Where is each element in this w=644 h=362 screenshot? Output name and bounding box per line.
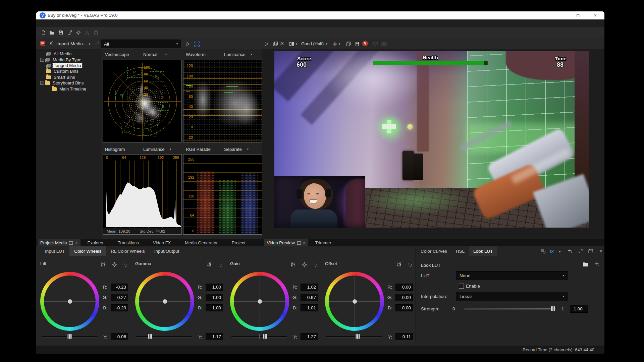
import-media-button[interactable]: Import Media... (56, 41, 87, 46)
color-wheel[interactable] (230, 272, 289, 331)
preview-settings-button[interactable] (263, 40, 270, 48)
preview-quality-select[interactable]: Good (Half) (301, 41, 324, 46)
undo-icon[interactable] (122, 262, 128, 267)
tree-item-media-by-type[interactable]: + Media By Type (40, 57, 83, 63)
g-value[interactable]: -0.27 (111, 294, 128, 301)
y-slider[interactable] (137, 336, 192, 338)
b-value[interactable]: -0.29 (111, 304, 128, 311)
tree-item-all-media[interactable]: All Media (46, 51, 72, 57)
import-arrow-icon[interactable] (49, 41, 54, 46)
capture-badge-icon[interactable]: V (362, 41, 368, 46)
undo-icon[interactable] (407, 262, 413, 267)
y-slider[interactable] (326, 336, 382, 338)
y-value[interactable]: 1.27 (301, 333, 318, 340)
target-icon[interactable] (301, 262, 307, 267)
close-tab-icon[interactable]: × (75, 241, 77, 245)
y-value[interactable]: 1.17 (206, 333, 223, 340)
sliders-icon[interactable] (396, 262, 402, 267)
save-snapshot-button[interactable] (354, 40, 361, 48)
pin-icon[interactable] (297, 241, 301, 245)
video-fx-button[interactable]: fx (280, 41, 284, 46)
expand-icon[interactable] (577, 248, 584, 254)
import-media-caret-icon[interactable]: ▼ (88, 43, 91, 46)
sliders-icon[interactable] (290, 262, 296, 267)
tab-input-output[interactable]: Input/Output (150, 246, 184, 256)
r-value[interactable]: 1.02 (301, 284, 318, 291)
tab-hsl[interactable]: HSL (451, 246, 469, 256)
target-icon[interactable] (111, 262, 117, 267)
tab-project-media[interactable]: Project Media × (38, 239, 80, 246)
copy-frame-button[interactable] (345, 40, 352, 48)
tree-item-storyboard-bins[interactable]: - Storyboard Bins (40, 80, 85, 86)
grid-overlay-button[interactable] (331, 40, 339, 48)
g-value[interactable]: 1.00 (206, 294, 223, 301)
collapse-toggle-icon[interactable]: - (40, 81, 44, 85)
tree-item-tagged-media[interactable]: Tagged Media (46, 63, 82, 68)
tree-item-custom-bins[interactable]: Custom Bins (46, 68, 79, 74)
interpolation-select[interactable]: Linear ▼ (456, 292, 568, 301)
reset-lut-button[interactable] (595, 262, 600, 266)
keyboard-button[interactable] (380, 40, 388, 48)
tab-video-fx[interactable]: Video FX (146, 239, 178, 246)
project-properties-button[interactable] (66, 29, 73, 36)
snapshot-button[interactable] (272, 40, 279, 48)
tab-input-lut[interactable]: Input LUT (40, 246, 69, 256)
y-slider[interactable] (231, 336, 287, 338)
tab-look-lut[interactable]: Look LUT (469, 246, 497, 256)
strength-value[interactable]: 1.00 (570, 305, 588, 313)
color-wheel[interactable] (40, 272, 99, 331)
slider-handle[interactable] (263, 334, 267, 339)
grid-caret-icon[interactable]: ▼ (338, 43, 341, 46)
close-tab-icon[interactable]: × (303, 241, 306, 245)
lut-select[interactable]: None ▼ (456, 271, 568, 280)
tree-item-main-timeline[interactable]: Main Timeline (52, 86, 87, 92)
sliders-icon[interactable] (100, 262, 106, 267)
new-project-button[interactable] (40, 29, 47, 36)
r-value[interactable]: -0.23 (111, 284, 128, 291)
wheel-handle[interactable] (163, 299, 167, 304)
rgb-parade-mode-select[interactable]: Separate▼ (224, 144, 249, 154)
tab-color-curves[interactable]: Color Curves (416, 246, 451, 256)
minimize-button[interactable]: – (555, 11, 567, 19)
update-scope-button[interactable] (193, 40, 201, 48)
color-wheel[interactable] (135, 272, 194, 331)
slider-handle[interactable] (356, 334, 360, 339)
slider-handle[interactable] (551, 306, 555, 311)
undo-icon[interactable] (567, 248, 573, 254)
split-caret-icon[interactable]: ▼ (295, 43, 298, 46)
wheel-handle[interactable] (68, 299, 72, 304)
restore-button[interactable] (573, 11, 584, 19)
media-manager-icon[interactable] (40, 41, 46, 46)
tab-color-wheels[interactable]: Color Wheels (69, 246, 106, 256)
enable-checkbox[interactable] (459, 284, 464, 289)
sliders-icon[interactable] (206, 262, 212, 267)
close-panel-icon[interactable]: × (597, 248, 604, 254)
tab-transitions[interactable]: Transitions (111, 239, 146, 246)
y-value[interactable]: 0.11 (395, 333, 413, 340)
slider-handle[interactable] (148, 334, 152, 339)
expand-toggle-icon[interactable]: + (40, 58, 44, 62)
color-wheel[interactable] (325, 272, 384, 331)
tab-trimmer[interactable]: Trimmer (308, 239, 338, 246)
y-slider[interactable] (42, 336, 97, 338)
wheel-handle[interactable] (353, 299, 357, 304)
r-value[interactable]: 1.00 (206, 284, 223, 291)
float-window-icon[interactable] (587, 248, 594, 254)
paste-button[interactable] (92, 29, 100, 36)
waveform-mode-select[interactable]: Luminance▼ (224, 49, 253, 60)
quality-caret-icon[interactable]: ▼ (325, 43, 328, 46)
histogram-mode-select[interactable]: Luminance▼ (143, 144, 172, 154)
save-project-button[interactable] (57, 29, 64, 36)
external-monitor-button[interactable] (372, 40, 379, 48)
y-value[interactable]: 0.06 (111, 333, 128, 340)
tab-explorer[interactable]: Explorer (80, 239, 111, 246)
browse-lut-button[interactable] (583, 262, 588, 266)
g-value[interactable]: 0.00 (395, 294, 413, 301)
b-value[interactable]: 0.00 (395, 304, 413, 311)
pin-icon[interactable] (69, 241, 73, 245)
tab-rl-color-wheels[interactable]: RL Color Wheels (106, 246, 150, 256)
tab-project[interactable]: Project (225, 239, 245, 246)
undo-icon[interactable] (312, 262, 318, 267)
slider-handle[interactable] (67, 334, 72, 339)
r-value[interactable]: 0.00 (395, 284, 413, 291)
